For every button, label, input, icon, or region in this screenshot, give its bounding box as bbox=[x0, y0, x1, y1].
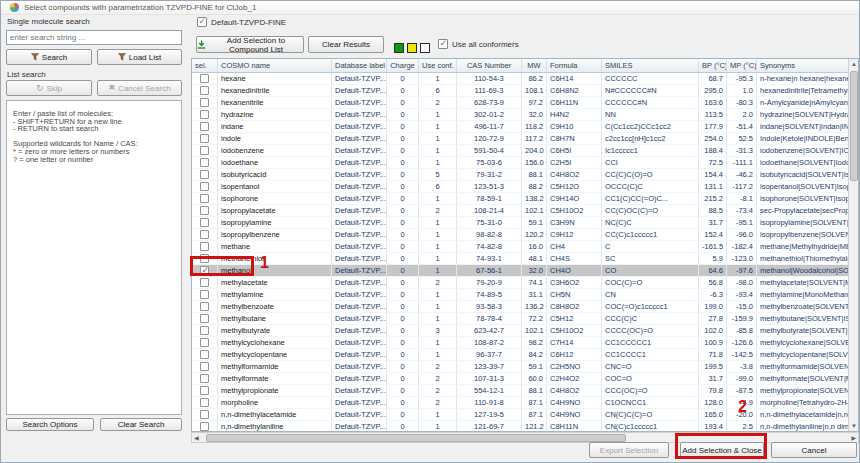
column-header-3[interactable]: Charge bbox=[387, 59, 419, 72]
row-checkbox[interactable] bbox=[200, 398, 209, 407]
row-checkbox[interactable] bbox=[200, 194, 209, 203]
table-row[interactable]: iodobenzeneDefault-TZVP...01591-50-4204.… bbox=[192, 145, 858, 157]
row-checkbox[interactable] bbox=[200, 290, 209, 299]
row-checkbox[interactable] bbox=[200, 146, 209, 155]
table-row[interactable]: n,n-dimethylacetamideDefault-TZVP...0112… bbox=[192, 409, 858, 421]
table-row[interactable]: isobutyricacidDefault-TZVP...0579-31-288… bbox=[192, 169, 858, 181]
table-row[interactable]: methaneDefault-TZVP...0174-82-816.0CH4C-… bbox=[192, 241, 858, 253]
load-list-button[interactable]: Load List bbox=[97, 49, 182, 65]
table-row[interactable]: hexanenitrileDefault-TZVP...02628-73-997… bbox=[192, 97, 858, 109]
row-checkbox[interactable] bbox=[200, 338, 209, 347]
cancel-button[interactable]: Cancel bbox=[771, 442, 857, 458]
table-row[interactable]: isopropylacetateDefault-TZVP...02108-21-… bbox=[192, 205, 858, 217]
column-header-11[interactable]: Synonyms bbox=[757, 59, 850, 72]
table-row[interactable]: methylpropionateDefault-TZVP...02554-12-… bbox=[192, 385, 858, 397]
row-checkbox[interactable] bbox=[200, 110, 209, 119]
table-row[interactable]: methylformateDefault-TZVP...02107-31-360… bbox=[192, 373, 858, 385]
row-checkbox[interactable] bbox=[200, 242, 209, 251]
row-checkbox[interactable] bbox=[200, 230, 209, 239]
row-checkbox[interactable] bbox=[200, 302, 209, 311]
column-header-4[interactable]: Use conf. bbox=[419, 59, 457, 72]
row-checkbox[interactable] bbox=[200, 362, 209, 371]
parametrization-checkbox[interactable] bbox=[197, 17, 207, 27]
cell: Default-TZVP... bbox=[332, 253, 387, 264]
row-checkbox[interactable] bbox=[200, 266, 209, 275]
table-row[interactable]: morpholineDefault-TZVP...02110-91-887.1C… bbox=[192, 397, 858, 409]
search-options-button[interactable]: Search Options bbox=[6, 418, 94, 431]
column-header-10[interactable]: MP (°C) bbox=[727, 59, 757, 72]
cell: 98.2 bbox=[522, 337, 547, 348]
scroll-down-icon[interactable]: ▼ bbox=[851, 423, 857, 429]
row-checkbox[interactable] bbox=[200, 218, 209, 227]
list-search-box[interactable]: Enter / paste list of molecules:- SHIFT+… bbox=[6, 100, 182, 415]
scroll-right-icon[interactable]: ▶ bbox=[851, 435, 856, 441]
add-selection-close-button[interactable]: Add Selection & Close bbox=[680, 442, 764, 458]
row-checkbox[interactable] bbox=[200, 182, 209, 191]
cell: -182.4 bbox=[727, 241, 757, 252]
vertical-scrollbar[interactable]: ▲ ▼ bbox=[848, 59, 858, 431]
search-input[interactable] bbox=[6, 30, 182, 45]
table-row[interactable]: iodoethaneDefault-TZVP...0175-03-6156.0C… bbox=[192, 157, 858, 169]
column-header-6[interactable]: MW bbox=[522, 59, 547, 72]
table-row[interactable]: methylacetateDefault-TZVP...0279-20-974.… bbox=[192, 277, 858, 289]
column-header-8[interactable]: SMILES bbox=[602, 59, 699, 72]
table-row[interactable]: methylcyclohexaneDefault-TZVP...01108-87… bbox=[192, 337, 858, 349]
table-row[interactable]: methylbutyrateDefault-TZVP...03623-42-71… bbox=[192, 325, 858, 337]
row-checkbox[interactable] bbox=[200, 374, 209, 383]
column-header-0[interactable]: sel. bbox=[192, 59, 218, 72]
table-row[interactable]: methanethiolDefault-TZVP...0174-93-148.1… bbox=[192, 253, 858, 265]
export-selection-button[interactable]: Export Selection bbox=[589, 442, 669, 458]
row-checkbox[interactable] bbox=[200, 254, 209, 263]
table-row[interactable]: hexanedinitrileDefault-TZVP...06111-69-3… bbox=[192, 85, 858, 97]
column-header-2[interactable]: Database label bbox=[332, 59, 387, 72]
table-row[interactable]: methylbenzoateDefault-TZVP...0193-58-313… bbox=[192, 301, 858, 313]
search-button[interactable]: Search bbox=[6, 49, 92, 65]
row-checkbox[interactable] bbox=[200, 326, 209, 335]
row-checkbox[interactable] bbox=[200, 206, 209, 215]
row-checkbox[interactable] bbox=[200, 170, 209, 179]
row-checkbox[interactable] bbox=[200, 74, 209, 83]
table-row[interactable]: isopropylbenzeneDefault-TZVP...0198-82-8… bbox=[192, 229, 858, 241]
clear-results-button[interactable]: Clear Results bbox=[308, 36, 384, 53]
skip-button[interactable]: ↻ Skip bbox=[6, 80, 92, 96]
column-header-5[interactable]: CAS Number bbox=[457, 59, 522, 72]
row-checkbox[interactable] bbox=[200, 158, 209, 167]
cell: 6 bbox=[419, 181, 457, 192]
column-header-1[interactable]: COSMO name bbox=[218, 59, 332, 72]
vertical-scrollbar-thumb[interactable] bbox=[850, 71, 858, 181]
table-row[interactable]: methylamineDefault-TZVP...0174-89-531.1C… bbox=[192, 289, 858, 301]
scroll-up-icon[interactable]: ▲ bbox=[851, 61, 857, 67]
table-row[interactable]: methylbutaneDefault-TZVP...0178-78-472.2… bbox=[192, 313, 858, 325]
use-all-conformers-checkbox[interactable] bbox=[438, 39, 448, 49]
row-checkbox[interactable] bbox=[200, 122, 209, 131]
row-checkbox[interactable] bbox=[200, 134, 209, 143]
horizontal-scrollbar-thumb[interactable] bbox=[206, 434, 626, 442]
table-row[interactable]: isophoroneDefault-TZVP...0178-59-1138.2C… bbox=[192, 193, 858, 205]
table-row[interactable]: n,n-dimethylanilineDefault-TZVP...01121-… bbox=[192, 421, 858, 432]
table-row[interactable]: hexaneDefault-TZVP...01110-54-386.2C6H14… bbox=[192, 73, 858, 85]
cancel-search-button[interactable]: ✖ Cancel Search bbox=[97, 80, 182, 96]
row-checkbox[interactable] bbox=[200, 350, 209, 359]
table-row[interactable]: indaneDefault-TZVP...01496-11-7118.2C9H1… bbox=[192, 121, 858, 133]
table-row[interactable]: methanolDefault-TZVP...0167-56-132.0CH4O… bbox=[192, 265, 858, 277]
column-header-7[interactable]: Formula bbox=[547, 59, 602, 72]
row-checkbox[interactable] bbox=[200, 422, 209, 431]
table-row[interactable]: hydrazineDefault-TZVP...01302-01-232.0H4… bbox=[192, 109, 858, 121]
row-checkbox[interactable] bbox=[200, 278, 209, 287]
cell: isopropylacetate bbox=[218, 205, 332, 216]
row-checkbox[interactable] bbox=[200, 86, 209, 95]
add-selection-to-compound-list-button[interactable]: Add Selection to Compound List bbox=[196, 36, 304, 53]
row-checkbox[interactable] bbox=[200, 410, 209, 419]
clear-search-button[interactable]: Clear Search bbox=[100, 418, 182, 431]
table-row[interactable]: indoleDefault-TZVP...01120-72-9117.2C8H7… bbox=[192, 133, 858, 145]
scroll-left-icon[interactable]: ◀ bbox=[194, 435, 199, 441]
cell: 0 bbox=[387, 97, 419, 108]
row-checkbox[interactable] bbox=[200, 386, 209, 395]
table-row[interactable]: isopropylamineDefault-TZVP...0175-31-059… bbox=[192, 217, 858, 229]
row-checkbox[interactable] bbox=[200, 98, 209, 107]
table-row[interactable]: methylcyclopentaneDefault-TZVP...0196-37… bbox=[192, 349, 858, 361]
table-row[interactable]: methylformamideDefault-TZVP...02123-39-7… bbox=[192, 361, 858, 373]
table-row[interactable]: isopentanolDefault-TZVP...06123-51-388.2… bbox=[192, 181, 858, 193]
row-checkbox[interactable] bbox=[200, 314, 209, 323]
column-header-9[interactable]: BP (°C) bbox=[699, 59, 727, 72]
